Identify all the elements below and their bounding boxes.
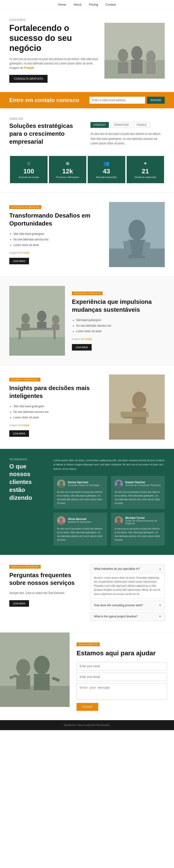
- faq-question-text-1: How does the consulting process work?: [94, 604, 143, 607]
- stat-efficiency-number: 21: [130, 167, 161, 175]
- hero-image: [104, 23, 165, 79]
- testimonials-section: TESTEMUNHOS O que nossos clientes estão …: [0, 449, 174, 555]
- card-processes-content: PROCESSOS OTIMIZADOS Experiência que imp…: [72, 291, 165, 351]
- tab-finance[interactable]: FINANCE: [134, 122, 150, 128]
- faq-answer-0: Answer: Lorem ipsum dolor sit amet. Cons…: [91, 573, 165, 598]
- svg-point-33: [59, 485, 64, 488]
- svg-point-38: [117, 518, 120, 521]
- card-processes-read-more[interactable]: LEIA MAIS: [72, 344, 92, 350]
- card-strategy-tag: ESTRATÉGIA DE NEGÓCIOS: [9, 205, 41, 209]
- faq-tag: PERGUNTAS FREQUENTES: [9, 565, 41, 568]
- tab-strategy[interactable]: STRATEGY: [91, 122, 109, 128]
- faq-item-2: What is the typical project timeline? ▼: [91, 612, 165, 621]
- svg-rect-27: [109, 423, 165, 440]
- svg-point-22: [37, 311, 46, 322]
- card-processes-tag: PROCESSOS OTIMIZADOS: [72, 291, 103, 295]
- chevron-down-icon: ▼: [159, 604, 161, 607]
- avatar-daniel: [115, 479, 123, 488]
- testimonial-michael: Michael Turner Diretor de Desenvolviment…: [111, 513, 165, 546]
- card-strategy: ESTRATÉGIA DE NEGÓCIOS Transformando Des…: [0, 192, 174, 276]
- about-text: At vero eos et accusam et justo duo dolo…: [91, 131, 165, 146]
- testimonial-olivia-info: Olivia Bennett Analista de Operações: [68, 518, 91, 523]
- avatar-michael: [115, 516, 123, 525]
- testimonial-emma-name: Emma Harrison: [68, 481, 99, 484]
- nav-about[interactable]: About: [74, 3, 81, 6]
- testimonial-michael-text: At vero eos et accusam et justo duo dolo…: [115, 527, 161, 542]
- nav-contact[interactable]: Contact: [106, 3, 116, 6]
- cta-message-input[interactable]: [76, 683, 167, 700]
- svg-rect-25: [52, 324, 59, 330]
- about-section: SOBRE NÓS Soluções estratégicas para o c…: [0, 108, 174, 192]
- faq-right: What industries do you specialize in? ▲ …: [91, 564, 165, 623]
- list-item: No sea takimata sanctus est: [13, 409, 102, 415]
- testimonial-olivia-role: Analista de Operações: [68, 521, 91, 523]
- nav-pricing[interactable]: Pricing: [89, 3, 98, 6]
- avatar-olivia: [57, 516, 65, 525]
- about-inner: Soluções estratégicas para o crescimento…: [9, 122, 165, 150]
- chevron-up-icon: ▲: [159, 567, 161, 570]
- testimonials-inner: TESTEMUNHOS O que nossos clientes estão …: [9, 458, 165, 546]
- card-efficiency-title: Insights para decisões mais inteligentes: [9, 384, 102, 400]
- svg-point-4: [131, 46, 142, 60]
- cta-submit-button[interactable]: ENVIAR: [76, 703, 98, 711]
- cta-name-input[interactable]: [76, 662, 167, 671]
- testimonial-daniel-header: Daniel Fletcher Gerente de Consultoria F…: [115, 479, 161, 488]
- testimonials-left: TESTEMUNHOS O que nossos clientes estão …: [9, 458, 46, 546]
- faq-left: PERGUNTAS FREQUENTES Perguntas frequente…: [9, 564, 83, 623]
- hero-title: Fortalecendo o sucesso do seu negócio: [9, 23, 100, 53]
- svg-point-24: [52, 315, 59, 324]
- testimonial-olivia-text: At vero eos et accusam et justo duo dolo…: [57, 527, 103, 542]
- list-item: Stet kasd gubergren: [76, 317, 165, 323]
- hero-content: Quem Somos Fortalecendo o sucesso do seu…: [9, 19, 100, 83]
- cta-tag: VAMOS CONECTAR: [76, 643, 100, 646]
- testimonial-daniel-name: Daniel Fletcher: [125, 481, 161, 484]
- list-item: Lorem dolor sit amet: [76, 329, 165, 334]
- list-item: Lorem dolor sit amet: [13, 415, 102, 420]
- testimonial-emma-text: At vero eos et accusam et justo duo dolo…: [57, 490, 103, 505]
- hero-tag: Quem Somos: [9, 19, 100, 21]
- card-efficiency-image: [109, 374, 165, 440]
- faq-item-1: How does the consulting process work? ▼: [91, 601, 165, 610]
- faq-read-more-button[interactable]: LEIA MAIS: [9, 600, 29, 607]
- svg-point-34: [117, 481, 120, 485]
- card-strategy-read-more[interactable]: LEIA MAIS: [9, 258, 29, 264]
- stat-market-number: 43: [92, 167, 121, 175]
- tab-operations[interactable]: OPERATIONS: [111, 122, 132, 128]
- testimonial-emma-info: Emma Harrison Consultor Sênior de Estrat…: [68, 481, 99, 487]
- chevron-down-icon-2: ▼: [159, 615, 161, 618]
- testimonial-olivia-header: Olivia Bennett Analista de Operações: [57, 516, 103, 525]
- svg-point-42: [16, 659, 30, 676]
- card-efficiency-content: EFICIÊNCIA OPERACIONAL Insights para dec…: [9, 377, 102, 437]
- svg-rect-45: [34, 674, 50, 690]
- svg-rect-23: [37, 322, 46, 329]
- testimonials-tag: TESTEMUNHOS: [9, 458, 46, 461]
- svg-rect-7: [146, 62, 155, 74]
- faq-item-0: What industries do you specialize in? ▲ …: [91, 564, 165, 599]
- faq-question-2[interactable]: What is the typical project timeline? ▼: [91, 612, 165, 621]
- card-efficiency-list: Stet clita kasd gubergren No sea takimat…: [9, 404, 102, 420]
- cta-email-input[interactable]: [76, 673, 167, 681]
- testimonial-michael-info: Michael Turner Diretor de Desenvolviment…: [125, 516, 161, 525]
- testimonial-emma-role: Consultor Sênior de Estratégia: [68, 484, 99, 487]
- card-processes-list: Stet kasd gubergren No sea takimata sanc…: [72, 317, 165, 334]
- hero-cta-button[interactable]: CONSULTA GRATUITA: [9, 75, 47, 83]
- faq-title: Perguntas frequentes sobre nossos serviç…: [9, 571, 83, 587]
- stat-efficiency-label: Eficiência melhorada: [130, 176, 161, 179]
- svg-rect-43: [16, 675, 30, 689]
- hero-section: Quem Somos Fortalecendo o sucesso do seu…: [0, 9, 174, 92]
- testimonial-daniel-text: At vero eos et accusam et justo duo dolo…: [115, 490, 161, 505]
- about-left: Soluções estratégicas para o crescimento…: [9, 122, 83, 150]
- svg-point-44: [34, 656, 50, 674]
- card-efficiency-read-more[interactable]: LEIA MAIS: [9, 430, 29, 437]
- faq-section: PERGUNTAS FREQUENTES Perguntas frequente…: [0, 555, 174, 632]
- faq-question-0[interactable]: What industries do you specialize in? ▲: [91, 564, 165, 573]
- list-item: Lorem dolor sit amet: [13, 242, 102, 248]
- contact-submit-button[interactable]: ENVIAR: [147, 97, 165, 104]
- stat-market-label: Mercado Expandido: [92, 176, 121, 179]
- nav-home[interactable]: Home: [58, 3, 66, 6]
- email-input[interactable]: [89, 97, 145, 104]
- cta-section: VAMOS CONECTAR Estamos aqui para ajudar …: [0, 632, 174, 720]
- svg-point-37: [59, 521, 64, 525]
- faq-question-1[interactable]: How does the consulting process work? ▼: [91, 601, 165, 610]
- avatar-emma: [57, 479, 65, 488]
